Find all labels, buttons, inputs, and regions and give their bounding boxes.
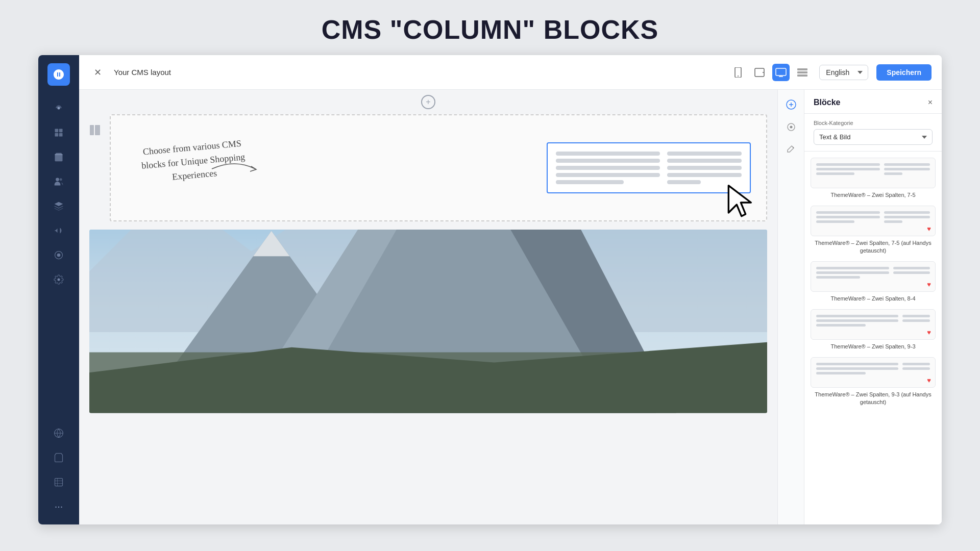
language-select[interactable]: English Deutsch Français	[819, 65, 868, 80]
desktop-view-icon[interactable]	[772, 64, 790, 81]
heart-icon[interactable]: ♥	[927, 225, 931, 233]
block-col-7	[816, 211, 880, 223]
block-label: ThemeWare® – Zwei Spalten, 7-5	[811, 191, 936, 198]
sidebar: ···	[38, 55, 79, 524]
globe-icon[interactable]	[48, 423, 69, 443]
cursor-icon	[724, 182, 760, 223]
megaphone-icon[interactable]	[48, 220, 69, 241]
shopping-icon[interactable]	[48, 147, 69, 167]
svg-rect-21	[797, 71, 807, 73]
block-label: ThemeWare® – Zwei Spalten, 8-4	[811, 295, 936, 302]
preview-line-short	[556, 180, 624, 184]
add-block-button[interactable]: +	[421, 95, 435, 109]
svg-rect-4	[59, 133, 63, 137]
add-row-area: +	[79, 90, 777, 114]
preview-block-card[interactable]	[547, 142, 751, 193]
svg-rect-23	[90, 125, 94, 135]
mountain-svg	[89, 230, 767, 413]
block-preview[interactable]: ♥	[811, 309, 936, 340]
column-layout-selector[interactable]	[89, 114, 106, 228]
page-title: CMS "COLUMN" BLOCKS	[0, 14, 980, 45]
canvas-area: + Choose from var	[79, 90, 777, 524]
add-block-panel-icon[interactable]	[782, 96, 800, 113]
svg-point-9	[57, 254, 61, 257]
mobile-view-icon[interactable]	[729, 64, 747, 81]
block-label: ThemeWare® – Zwei Spalten, 7-5 (auf Hand…	[811, 239, 936, 254]
svg-rect-19	[776, 68, 786, 76]
pages-icon[interactable]	[48, 122, 69, 143]
close-button[interactable]: ✕	[89, 64, 106, 81]
blocks-list: ThemeWare® – Zwei Spalten, 7-5	[804, 152, 942, 524]
settings-panel-icon[interactable]	[782, 118, 800, 136]
svg-rect-2	[59, 129, 63, 133]
preview-line	[667, 159, 742, 163]
panel-icons-strip	[777, 90, 804, 524]
preview-line	[667, 173, 742, 177]
block-label: ThemeWare® – Zwei Spalten, 9-3 (auf Hand…	[811, 391, 936, 406]
svg-rect-11	[55, 479, 63, 486]
preview-line	[556, 152, 660, 156]
cart-icon[interactable]	[48, 447, 69, 468]
block-item-7-5: ThemeWare® – Zwei Spalten, 7-5	[811, 158, 936, 198]
block-col-7	[816, 163, 880, 175]
settings-icon[interactable]	[48, 269, 69, 290]
blocks-panel-title: Blöcke	[814, 98, 840, 107]
block-item-9-3: ♥ ThemeWare® – Zwei Spalten, 9-3	[811, 309, 936, 350]
svg-point-16	[738, 76, 739, 77]
heart-icon[interactable]: ♥	[927, 281, 931, 288]
blocks-panel-close-button[interactable]: ×	[928, 98, 933, 107]
cms-block-dashed: Choose from various CMSblocks for Unique…	[110, 114, 767, 221]
category-label: Block-Kategorie	[814, 120, 933, 126]
svg-point-18	[763, 72, 764, 73]
block-item-7-5-handy: ♥ ThemeWare® – Zwei Spalten, 7-5 (auf Ha…	[811, 206, 936, 254]
block-col-8	[816, 267, 889, 279]
block-preview[interactable]: ♥	[811, 261, 936, 292]
save-button[interactable]: Speichern	[876, 64, 932, 81]
svg-marker-25	[728, 186, 751, 216]
heart-icon[interactable]: ♥	[927, 329, 931, 336]
cms-container: ··· ✕ Your CMS layout	[38, 55, 942, 524]
preview-line	[556, 166, 660, 170]
table-icon[interactable]	[48, 472, 69, 492]
blocks-panel: Blöcke × Block-Kategorie Text & Bild Tex…	[804, 90, 942, 524]
page-title-area: CMS "COLUMN" BLOCKS	[0, 0, 980, 55]
block-item-9-3-handy: ♥ ThemeWare® – Zwei Spalten, 9-3 (auf Ha…	[811, 357, 936, 406]
block-col-9	[816, 315, 898, 327]
layout-title: Your CMS layout	[114, 68, 171, 77]
block-col-5	[884, 211, 930, 223]
handwriting-annotation: Choose from various CMSblocks for Unique…	[141, 141, 245, 182]
tablet-view-icon[interactable]	[751, 64, 768, 81]
plugin-icon[interactable]	[48, 245, 69, 265]
svg-point-7	[60, 178, 62, 181]
editor-body: + Choose from var	[79, 90, 942, 524]
preview-line	[667, 166, 742, 170]
block-item-8-4: ♥ ThemeWare® – Zwei Spalten, 8-4	[811, 261, 936, 302]
preview-col-left	[556, 152, 660, 184]
block-col-3	[902, 363, 930, 374]
main-area: ✕ Your CMS layout English Deutsch	[79, 55, 942, 524]
dashboard-icon[interactable]	[48, 98, 69, 118]
block-preview[interactable]	[811, 158, 936, 188]
preview-line	[556, 173, 660, 177]
block-preview[interactable]: ♥	[811, 357, 936, 388]
list-view-icon[interactable]	[794, 64, 811, 81]
block-col-3	[902, 315, 930, 327]
preview-col-right	[667, 152, 742, 184]
preview-line	[556, 159, 660, 163]
more-icon[interactable]: ···	[55, 496, 63, 516]
category-select[interactable]: Text & Bild Text Bilder	[814, 129, 933, 145]
layers-icon[interactable]	[48, 196, 69, 216]
preview-line-shorter	[667, 180, 701, 184]
view-icons	[729, 64, 811, 81]
block-preview[interactable]: ♥	[811, 206, 936, 236]
edit-panel-icon[interactable]	[782, 141, 800, 158]
block-col-4	[893, 267, 930, 279]
users-icon[interactable]	[48, 171, 69, 192]
svg-rect-3	[55, 133, 59, 137]
topbar: ✕ Your CMS layout English Deutsch	[79, 55, 942, 90]
sidebar-logo[interactable]	[47, 63, 70, 86]
blocks-panel-header: Blöcke ×	[804, 90, 942, 114]
svg-rect-22	[797, 74, 807, 77]
heart-icon[interactable]: ♥	[927, 377, 931, 384]
preview-line	[667, 152, 742, 156]
